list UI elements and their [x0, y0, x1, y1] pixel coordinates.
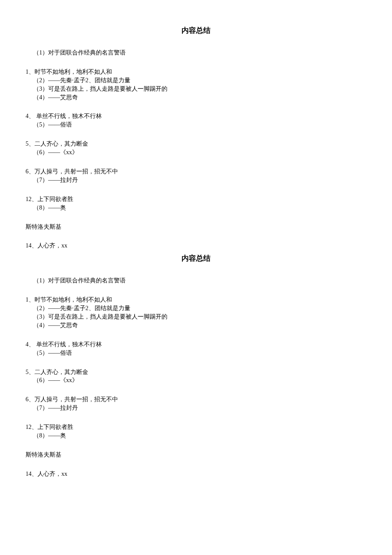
section-title: 内容总结	[26, 253, 366, 263]
intro-line: （1）对于团联合作经典的名言警语	[26, 49, 366, 57]
intro-text: （1）对于团联合作经典的名言警语	[33, 49, 366, 57]
section-title: 内容总结	[26, 26, 366, 35]
sub-line: （8）——奥	[33, 204, 366, 212]
group-head: 12、上下同欲者胜	[26, 196, 366, 204]
sub-line: （7）——拉封丹	[33, 176, 366, 184]
group-4: 6、万人操弓，共射一招，招无不中 （7）——拉封丹	[26, 396, 366, 412]
intro-line: （1）对于团联合作经典的名言警语	[26, 277, 366, 285]
group-subs: （6）——《xx》	[26, 149, 366, 157]
group-head: 4、 单丝不行线，独木不行林	[26, 112, 366, 121]
group-1: 1、时节不如地利，地利不如人和 （2）——先秦·孟子2、团结就是力量 （3）可是…	[26, 68, 366, 102]
sub-line: （4）——艾思奇	[33, 322, 366, 330]
group-head: 1、时节不如地利，地利不如人和	[26, 296, 366, 304]
group-head: 12、上下同欲者胜	[26, 423, 366, 431]
section-1: 内容总结 （1）对于团联合作经典的名言警语 1、时节不如地利，地利不如人和 （2…	[26, 26, 366, 250]
group-3: 5、二人齐心，其力断金 （6）——《xx》	[26, 368, 366, 385]
group-5: 12、上下同欲者胜 （8）——奥	[26, 196, 366, 212]
sub-line: （7）——拉封丹	[33, 404, 366, 412]
section-2: 内容总结 （1）对于团联合作经典的名言警语 1、时节不如地利，地利不如人和 （2…	[26, 253, 366, 478]
group-5: 12、上下同欲者胜 （8）——奥	[26, 423, 366, 440]
tail-line-1: 斯特洛夫斯基	[26, 451, 366, 459]
group-4: 6、万人操弓，共射一招，招无不中 （7）——拉封丹	[26, 168, 366, 184]
group-2: 4、 单丝不行线，独木不行林 （5）——俗语	[26, 112, 366, 129]
sub-line: （2）——先秦·孟子2、团结就是力量	[33, 305, 366, 313]
sub-line: （8）——奥	[33, 432, 366, 440]
group-2: 4、 单丝不行线，独木不行林 （5）——俗语	[26, 341, 366, 357]
sub-line: （2）——先秦·孟子2、团结就是力量	[33, 77, 366, 85]
group-head: 6、万人操弓，共射一招，招无不中	[26, 396, 366, 404]
group-subs: （8）——奥	[26, 432, 366, 440]
group-subs: （2）——先秦·孟子2、团结就是力量 （3）可是丢在路上，挡人走路是要被人一脚踢…	[26, 305, 366, 330]
group-subs: （7）——拉封丹	[26, 404, 366, 412]
group-3: 5、二人齐心，其力断金 （6）——《xx》	[26, 140, 366, 157]
group-head: 1、时节不如地利，地利不如人和	[26, 68, 366, 76]
tail-line-2: 14、人心齐，xx	[26, 242, 366, 250]
group-subs: （7）——拉封丹	[26, 176, 366, 184]
tail-line-2: 14、人心齐，xx	[26, 470, 366, 478]
group-head: 6、万人操弓，共射一招，招无不中	[26, 168, 366, 176]
tail-line-1: 斯特洛夫斯基	[26, 223, 366, 231]
group-subs: （5）——俗语	[26, 121, 366, 129]
group-head: 5、二人齐心，其力断金	[26, 368, 366, 377]
sub-line: （5）——俗语	[33, 349, 366, 357]
sub-line: （3）可是丢在路上，挡人走路是要被人一脚踢开的	[33, 85, 366, 93]
group-subs: （6）——《xx》	[26, 377, 366, 385]
sub-line: （4）——艾思奇	[33, 94, 366, 102]
group-1: 1、时节不如地利，地利不如人和 （2）——先秦·孟子2、团结就是力量 （3）可是…	[26, 296, 366, 330]
intro-text: （1）对于团联合作经典的名言警语	[33, 277, 366, 285]
group-subs: （5）——俗语	[26, 349, 366, 357]
sub-line: （5）——俗语	[33, 121, 366, 129]
sub-line: （6）——《xx》	[33, 149, 366, 157]
sub-line: （6）——《xx》	[33, 377, 366, 385]
sub-line: （3）可是丢在路上，挡人走路是要被人一脚踢开的	[33, 313, 366, 321]
group-head: 5、二人齐心，其力断金	[26, 140, 366, 148]
group-subs: （8）——奥	[26, 204, 366, 212]
group-subs: （2）——先秦·孟子2、团结就是力量 （3）可是丢在路上，挡人走路是要被人一脚踢…	[26, 77, 366, 102]
group-head: 4、 单丝不行线，独木不行林	[26, 341, 366, 349]
